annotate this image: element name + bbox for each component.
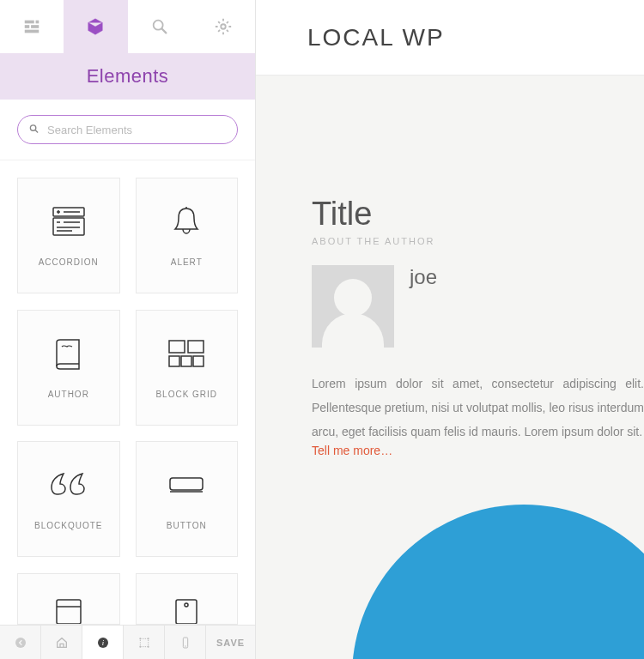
top-tabs [0,0,255,53]
button-icon [168,468,204,502]
svg-point-8 [30,125,35,130]
settings-tab[interactable] [191,0,255,53]
svg-point-36 [147,638,149,639]
elements-grid: ACCORDION ALERT AUTHOR BLO [0,160,255,625]
info-button[interactable]: i [82,626,124,659]
svg-point-30 [185,603,188,607]
element-block-grid[interactable]: BLOCK GRID [136,310,239,426]
content: Title ABOUT THE AUTHOR joe Lorem ipsum d… [256,76,644,457]
post-title: Title [312,196,644,233]
svg-point-38 [147,645,149,647]
svg-rect-25 [170,478,203,490]
more-link[interactable]: Tell me more… [312,444,644,457]
accordion-icon [52,204,86,239]
post-subtitle: ABOUT THE AUTHOR [312,236,644,246]
search-input-icon [29,124,39,136]
svg-point-35 [139,638,141,639]
element-alert[interactable]: ALERT [136,178,239,293]
select-button[interactable] [124,626,165,659]
svg-rect-21 [188,341,204,353]
element-label: BLOCKQUOTE [34,521,102,530]
save-button[interactable]: SAVE [206,626,255,659]
svg-rect-23 [181,356,191,366]
search-input[interactable] [17,115,238,144]
element-accordion[interactable]: ACCORDION [17,178,120,293]
svg-point-40 [185,645,185,646]
svg-point-7 [221,24,226,29]
search-icon [150,17,169,36]
decorative-circle [352,505,644,659]
element-partial-1[interactable] [17,573,120,625]
rows-icon [22,17,41,36]
grid-icon [167,336,205,371]
element-button[interactable]: BUTTON [136,441,239,557]
element-label: BUTTON [167,521,207,530]
element-partial-2[interactable] [136,573,239,625]
element-label: ACCORDION [39,257,99,267]
svg-rect-24 [193,356,204,366]
svg-point-37 [139,645,141,647]
mobile-button[interactable] [165,626,206,659]
home-button[interactable] [41,626,82,659]
svg-rect-27 [57,600,81,624]
svg-point-31 [15,638,26,648]
element-blockquote[interactable]: BLOCKQUOTE [17,441,120,557]
body-text: Lorem ipsum dolor sit amet, consectetur … [312,372,644,444]
author-name: joe [410,265,437,289]
quote-icon [50,468,88,502]
search-tab[interactable] [128,0,191,53]
layout-tab[interactable] [0,0,64,53]
card-icon [171,596,202,625]
svg-rect-14 [53,218,84,235]
svg-rect-22 [169,356,179,366]
gear-icon [214,17,233,36]
svg-rect-0 [25,21,34,24]
site-title: LOCAL WP [307,24,445,51]
element-label: BLOCK GRID [155,390,217,399]
svg-rect-1 [36,21,39,24]
panel-title: Elements [0,53,255,100]
sidebar: Elements ACCORDION [0,0,256,659]
svg-line-9 [35,130,38,133]
search-wrap [0,100,255,160]
bottom-bar: i SAVE [0,625,255,659]
svg-rect-2 [25,25,30,28]
svg-rect-3 [31,25,39,28]
svg-rect-34 [140,638,148,646]
card-icon [53,596,84,625]
svg-line-6 [161,29,166,33]
preview-header: LOCAL WP [256,0,644,76]
cube-icon [86,17,105,36]
element-author[interactable]: AUTHOR [17,310,120,426]
preview-pane: LOCAL WP Title ABOUT THE AUTHOR joe Lore… [256,0,644,659]
back-button[interactable] [0,626,41,659]
elements-tab[interactable] [64,0,127,53]
author-row: joe [312,265,644,348]
svg-rect-20 [169,341,185,353]
bell-icon [172,204,201,239]
element-label: ALERT [171,257,203,267]
book-icon [53,336,84,371]
avatar [312,265,394,348]
element-label: AUTHOR [48,390,89,399]
svg-rect-4 [25,30,39,33]
